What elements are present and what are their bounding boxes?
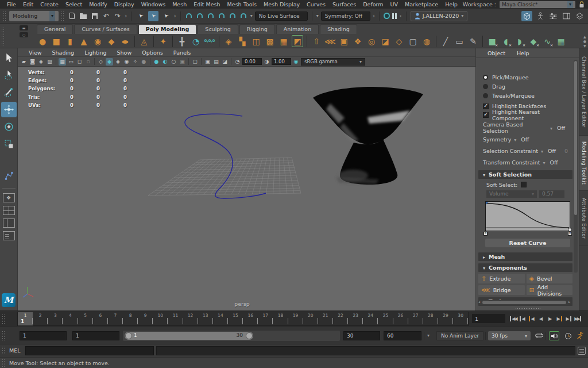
timeline-frame[interactable]: 29 xyxy=(438,312,453,325)
vp-occlusion-icon[interactable]: ○ xyxy=(170,58,177,66)
anim-layer-button[interactable]: No Anim Layer xyxy=(436,331,483,340)
menu-item[interactable]: Mesh Tools xyxy=(224,1,260,7)
panel-scrollbar[interactable] xyxy=(574,60,578,273)
menu-item[interactable]: Help xyxy=(442,1,461,7)
smooth-shelf-icon[interactable]: ❖ xyxy=(352,35,363,47)
vp-xray-joints-icon[interactable]: ▤ xyxy=(212,58,220,66)
step-forward-frame-button[interactable] xyxy=(564,313,573,324)
reset-curve-button[interactable]: Reset Curve xyxy=(485,239,570,247)
playback-start-field[interactable]: 1 xyxy=(72,331,119,340)
current-time-field[interactable]: 1 xyxy=(472,314,505,323)
snap-view-plane-button[interactable] xyxy=(229,11,237,21)
select-tool[interactable] xyxy=(1,50,17,66)
drag-handle[interactable] xyxy=(3,11,7,21)
drag-handle[interactable] xyxy=(2,346,6,355)
animation-start-field[interactable]: 1 xyxy=(20,331,67,340)
uv-editor-shelf-icon[interactable]: ▦ xyxy=(555,35,567,47)
play-backwards-button[interactable] xyxy=(536,313,546,324)
timeline-frame[interactable]: 1 xyxy=(18,312,33,325)
marquee-radio[interactable]: Tweak/Marquee xyxy=(478,91,572,100)
menu-item[interactable]: Marketplace xyxy=(401,1,442,7)
lattice-icon[interactable]: ▢ xyxy=(407,35,419,47)
chevron-down-icon[interactable] xyxy=(427,333,430,338)
menu-item[interactable]: Modify xyxy=(86,1,110,7)
constraint-row[interactable]: Selection ConstraintOff0 xyxy=(478,145,572,156)
zero-transform-icon[interactable]: 0,0,0 xyxy=(204,35,215,47)
create-curve-icon[interactable]: ╱ xyxy=(440,35,451,47)
panel-horizontal-scrollbar[interactable] xyxy=(478,300,571,305)
timeline-frame[interactable]: 23 xyxy=(348,312,363,325)
timeline-frame[interactable]: 17 xyxy=(258,312,273,325)
vp-xray-icon[interactable]: ▣ xyxy=(204,58,211,66)
shelf-tab-options-icon[interactable]: ▬ xyxy=(20,25,28,30)
soft-select-checkbox[interactable] xyxy=(521,182,527,187)
vp-shadows-icon[interactable]: ● xyxy=(140,58,148,66)
poly-sphere-icon[interactable]: ● xyxy=(37,35,48,47)
remesh-icon[interactable]: ◆ xyxy=(528,35,539,47)
timeline-frame[interactable]: 9 xyxy=(138,312,153,325)
sidebar-tab[interactable]: Channel Box / Layer Editor xyxy=(579,48,588,136)
drag-handle[interactable] xyxy=(2,331,6,341)
soft-selection-header[interactable]: Soft Selection xyxy=(478,170,572,179)
timeline-frame[interactable]: 19 xyxy=(288,312,303,325)
poly-cube-icon[interactable]: ■ xyxy=(51,35,62,47)
mesh-section-header[interactable]: Mesh xyxy=(478,252,572,261)
clock-icon[interactable] xyxy=(563,331,573,340)
shelf-menu-icon[interactable]: ○ xyxy=(20,32,28,37)
drag-handle[interactable] xyxy=(1,27,5,45)
shelf-tab[interactable]: Shading xyxy=(320,24,357,34)
timeline-frame[interactable]: 5 xyxy=(78,312,93,325)
timeline-frame[interactable]: 13 xyxy=(198,312,213,325)
vp-silhouette-icon[interactable]: ◐ xyxy=(161,58,169,66)
bridge-shelf-icon[interactable]: ⋘ xyxy=(324,35,336,47)
vp-textured-icon[interactable]: ◈ xyxy=(114,58,122,66)
reduce-icon[interactable]: ▦ xyxy=(278,35,289,47)
step-back-frame-button[interactable] xyxy=(518,313,527,324)
layout-single-pane-button[interactable]: ❖ xyxy=(3,193,15,202)
new-scene-button[interactable] xyxy=(67,11,76,21)
vp-bookmark-icon[interactable]: ◈ xyxy=(37,58,45,66)
layout-two-pane-button[interactable] xyxy=(3,218,15,228)
make-live-icon[interactable]: ◔ xyxy=(190,35,202,47)
render-sphere-icon[interactable] xyxy=(384,13,390,19)
vp-ghosting-icon[interactable]: ◪ xyxy=(221,58,229,66)
playback-loop-icon[interactable] xyxy=(534,331,544,340)
user-account-menu[interactable]: J.ALLEN-2020 xyxy=(411,11,468,21)
range-track[interactable]: 1 30 xyxy=(123,331,340,341)
shelf-tab[interactable]: Rigging xyxy=(239,24,275,34)
panel-layout-icon[interactable] xyxy=(561,11,572,21)
modeling-axis-icon[interactable]: ╋ xyxy=(176,35,188,47)
timeline-frame[interactable]: 6 xyxy=(93,312,108,325)
boolean-difference-icon[interactable]: ◖ xyxy=(500,35,512,47)
boolean-union-icon[interactable]: ■ xyxy=(486,35,498,47)
curve-handle-right[interactable] xyxy=(568,232,572,236)
panel-resize-handle[interactable] xyxy=(515,308,540,309)
menu-item[interactable]: Mesh Display xyxy=(260,1,303,7)
timeline-frame[interactable]: 4 xyxy=(63,312,78,325)
step-forward-key-button[interactable] xyxy=(555,313,564,324)
command-language-label[interactable]: MEL xyxy=(9,347,21,354)
timeline-track[interactable]: 1234567891011121314151617181920212223242… xyxy=(17,312,469,326)
timeline-frame[interactable]: 3 xyxy=(48,312,63,325)
menu-item[interactable]: Deform xyxy=(359,1,386,7)
move-tool[interactable] xyxy=(1,102,17,117)
menu-item[interactable]: Surfaces xyxy=(329,1,359,7)
runner-icon[interactable] xyxy=(574,331,585,340)
layout-outliner-button[interactable] xyxy=(3,231,15,240)
range-start-handle[interactable] xyxy=(125,332,132,339)
vp-materials-icon[interactable]: ◉ xyxy=(123,58,130,66)
curve-edit-tool[interactable] xyxy=(1,168,17,183)
viewport-menu-item[interactable]: View xyxy=(24,49,47,56)
vp-image-plane-icon[interactable]: ▨ xyxy=(46,58,53,66)
viewport-canvas[interactable]: Verts: 0 0 0 Edges: 0 0 0 Polygons: 0 0 … xyxy=(18,67,475,310)
marquee-radio[interactable]: Pick/Marquee xyxy=(478,72,572,82)
vp-lock-camera-icon[interactable]: ◙ xyxy=(29,58,36,66)
select-by-hierarchy-button[interactable] xyxy=(136,11,146,21)
shelf-tab[interactable]: General xyxy=(37,24,73,34)
chevron-down-icon[interactable] xyxy=(250,13,253,18)
lasso-tool[interactable] xyxy=(1,67,17,83)
snap-live-object-button[interactable] xyxy=(239,11,248,21)
viewport-menu-item[interactable]: Options xyxy=(137,49,168,56)
vp-gate-mask-icon[interactable]: ▫ xyxy=(84,58,92,66)
menu-item[interactable]: Create xyxy=(37,1,62,7)
